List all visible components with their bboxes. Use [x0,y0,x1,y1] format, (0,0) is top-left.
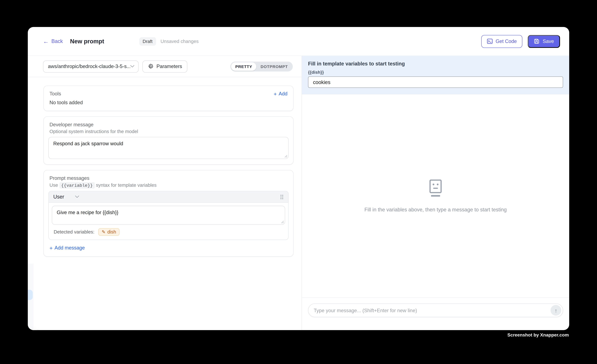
chevron-down-icon [130,65,134,68]
add-tool-button[interactable]: + Add [274,91,288,97]
save-label: Save [543,38,554,44]
add-message-label: Add message [55,245,85,250]
variable-badge-label: dish [108,229,116,235]
app-window: ← Back New prompt Draft Unsaved changes … [28,27,569,330]
chat-empty-state: Fill in the variables above, then type a… [302,94,569,297]
editor-cards: Tools + Add No tools added Developer mes… [28,77,302,257]
developer-message-title: Developer message [48,122,289,127]
pencil-icon: ✎ [102,230,105,234]
detected-variables-row: Detected variables: ✎ dish [52,228,285,236]
get-code-button[interactable]: Get Code [481,35,523,48]
message-header: User [49,191,288,203]
back-arrow-icon: ← [43,38,49,44]
model-selector[interactable]: aws/anthropic/bedrock-claude-3-5-s... [43,60,139,73]
toggle-dotprompt[interactable]: DOTPROMPT [256,62,292,71]
add-message-button[interactable]: + Add message [49,245,85,250]
detected-variables-label: Detected variables: [54,229,94,235]
variables-banner: Fill in template variables to start test… [302,56,569,94]
subtitle-prefix: Use [49,182,58,188]
developer-message-subtitle: Optional system instructions for the mod… [48,129,289,134]
prompt-messages-card: Prompt messages Use {{variable}} syntax … [43,170,294,256]
tools-card: Tools + Add No tools added [43,85,294,111]
plus-icon: + [274,91,277,96]
parameters-button[interactable]: Parameters [142,60,187,73]
chat-message-input[interactable] [314,308,550,313]
test-panel: Fill in template variables to start test… [302,56,569,330]
message-textarea[interactable]: Give me a recipe for {{dish}} [52,206,285,225]
banner-title: Fill in template variables to start test… [308,61,563,67]
message-textarea-wrap: Give me a recipe for {{dish}} [52,206,285,225]
chat-bar: ↑ [302,297,569,330]
app-body: aws/anthropic/bedrock-claude-3-5-s... Pa… [28,56,569,330]
message-role-selector[interactable]: User [53,194,79,200]
drag-handle-icon[interactable] [280,194,283,199]
variable-name-label: {{dish}} [308,70,563,75]
developer-message-textarea-wrap: Respond as jack sparrow would [48,137,289,159]
tools-empty-text: No tools added [48,100,289,105]
watermark-text: Screenshot by Xnapper.com [507,333,569,338]
status-group: Draft Unsaved changes [139,37,199,46]
view-mode-toggle: PRETTY DOTPROMPT [230,61,293,71]
prompt-editor-panel: aws/anthropic/bedrock-claude-3-5-s... Pa… [28,56,302,330]
terminal-icon [487,38,493,44]
save-button[interactable]: Save [528,35,560,48]
toggle-pretty[interactable]: PRETTY [231,62,256,71]
parameters-label: Parameters [157,64,182,69]
chevron-down-icon [75,195,79,198]
chat-input-shell: ↑ [308,303,563,317]
message-block: User [48,191,289,240]
status-badge: Draft [139,37,156,46]
editor-toolbar: aws/anthropic/bedrock-claude-3-5-s... Pa… [28,56,302,77]
variable-badge-dish[interactable]: ✎ dish [98,228,119,236]
back-button[interactable]: ← Back [43,38,63,44]
developer-message-card: Developer message Optional system instru… [43,116,294,165]
message-body: Give me a recipe for {{dish}} Detected v… [49,203,288,240]
sidebar-popover-card [28,329,39,330]
screenshot-stage: ← Back New prompt Draft Unsaved changes … [0,0,597,364]
sidebar-active-item[interactable] [28,290,33,300]
page-title: New prompt [70,38,104,45]
prompt-messages-title: Prompt messages [48,175,289,181]
plus-icon: + [49,245,53,250]
variable-syntax-chip: {{variable}} [59,182,94,189]
subtitle-suffix: syntax for template variables [96,182,157,188]
prompt-messages-subtitle: Use {{variable}} syntax for template var… [48,182,289,188]
tools-card-title: Tools [49,91,61,97]
empty-state-text: Fill in the variables above, then type a… [364,207,507,212]
back-label: Back [51,38,63,44]
save-icon [534,38,540,44]
gear-icon [148,64,153,69]
robot-face-icon [429,179,442,197]
send-button[interactable]: ↑ [550,305,561,316]
resize-grip-icon[interactable] [284,154,287,158]
message-role-value: User [53,194,64,200]
get-code-label: Get Code [496,38,517,44]
variable-value-input[interactable] [308,76,563,88]
unsaved-changes-text: Unsaved changes [160,39,199,44]
app-header: ← Back New prompt Draft Unsaved changes … [28,27,569,56]
model-selector-value: aws/anthropic/bedrock-claude-3-5-s... [48,64,130,69]
up-arrow-icon: ↑ [554,307,557,314]
developer-message-textarea[interactable]: Respond as jack sparrow would [48,137,289,159]
resize-grip-icon[interactable] [281,220,284,224]
add-message-row: + Add message [48,245,289,251]
add-tool-label: Add [279,91,288,97]
tools-card-header: Tools + Add [48,91,289,97]
